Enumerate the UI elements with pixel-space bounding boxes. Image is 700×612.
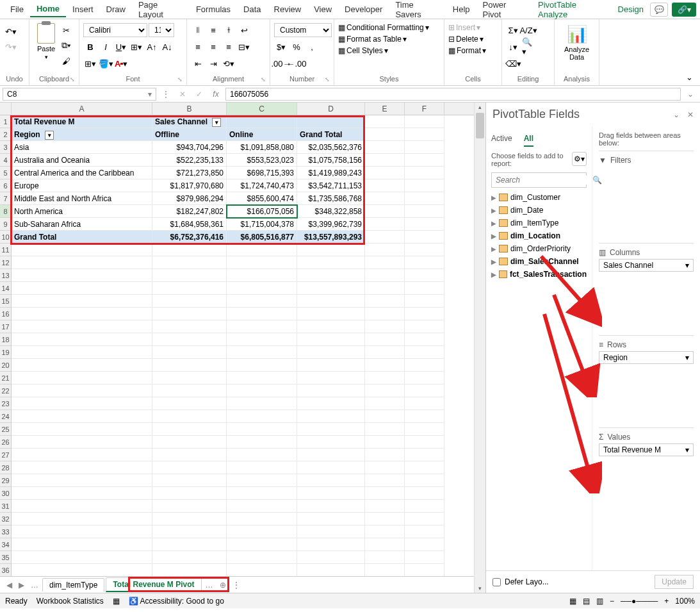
cell[interactable]: Grand Total	[12, 231, 152, 244]
zoom-slider[interactable]: ──●────	[621, 597, 658, 606]
enter-formula-button[interactable]: ✓	[192, 90, 206, 99]
status-wb-stats[interactable]: Workbook Statistics	[37, 597, 104, 606]
cell[interactable]	[365, 449, 405, 461]
align-center-button[interactable]: ≡	[206, 40, 220, 54]
rows-field-chip[interactable]: Region▾	[599, 351, 694, 364]
cell[interactable]	[405, 564, 444, 576]
cell[interactable]	[297, 256, 365, 269]
status-accessibility[interactable]: ♿ Accessibility: Good to go	[129, 597, 224, 606]
cell[interactable]	[405, 333, 444, 346]
cell[interactable]	[12, 410, 152, 423]
cell[interactable]	[405, 244, 444, 256]
font-name-select[interactable]: Calibri	[83, 23, 147, 37]
cell[interactable]	[12, 513, 152, 525]
wrap-text-button[interactable]: ↩	[237, 23, 251, 37]
cell[interactable]: Central America and the Caribbean	[12, 167, 152, 179]
cell[interactable]	[152, 385, 227, 397]
cell[interactable]: $1,075,758,156	[297, 154, 365, 167]
zoom-out-button[interactable]: −	[610, 597, 614, 606]
cell[interactable]	[297, 115, 365, 128]
name-box[interactable]: C8▾	[3, 88, 156, 101]
cell[interactable]	[365, 179, 405, 192]
cell[interactable]	[227, 333, 297, 346]
cell[interactable]	[227, 372, 297, 385]
cell[interactable]: $1,091,858,080	[227, 141, 297, 154]
cell[interactable]: $855,600,474	[227, 192, 297, 205]
cell[interactable]	[12, 564, 152, 576]
cell[interactable]	[152, 538, 227, 551]
cell[interactable]	[405, 346, 444, 359]
cell[interactable]	[227, 385, 297, 397]
tab-nav-more[interactable]: …	[28, 581, 41, 590]
cell[interactable]	[297, 525, 365, 538]
cell[interactable]	[12, 269, 152, 282]
row-header[interactable]: 23	[0, 397, 12, 410]
cell[interactable]	[227, 500, 297, 513]
font-color-button[interactable]: A▾	[114, 56, 128, 70]
cell[interactable]	[12, 449, 152, 461]
cell[interactable]	[297, 474, 365, 487]
cell[interactable]: $522,235,133	[152, 154, 227, 167]
cell[interactable]	[365, 525, 405, 538]
cell[interactable]	[365, 487, 405, 500]
cell[interactable]	[227, 461, 297, 474]
cell[interactable]: $698,715,393	[227, 167, 297, 179]
tab-review[interactable]: Review	[268, 2, 308, 17]
row-header[interactable]: 32	[0, 513, 12, 525]
cell[interactable]: $1,419,989,243	[297, 167, 365, 179]
col-header[interactable]: A	[12, 103, 152, 115]
cell[interactable]	[365, 320, 405, 333]
field-pane-maximize-button[interactable]: ⌄	[673, 110, 680, 119]
cell[interactable]	[297, 461, 365, 474]
field-list-item[interactable]: ▶fct_SalesTransaction	[491, 270, 587, 279]
cell[interactable]	[12, 295, 152, 308]
row-header[interactable]: 3	[0, 141, 12, 154]
cell[interactable]	[12, 308, 152, 320]
comments-button[interactable]: 💬	[650, 3, 668, 17]
align-left-button[interactable]: ≡	[191, 40, 205, 54]
col-header[interactable]: D	[297, 103, 365, 115]
cell[interactable]: Region ▾	[12, 128, 152, 141]
tab-formulas[interactable]: Formulas	[190, 2, 237, 17]
field-list-item[interactable]: ▶dim_Date	[491, 206, 587, 215]
cell[interactable]: $1,724,740,473	[227, 179, 297, 192]
col-header[interactable]: B	[152, 103, 227, 115]
currency-button[interactable]: $▾	[274, 40, 288, 54]
cell[interactable]	[152, 474, 227, 487]
cell[interactable]	[365, 513, 405, 525]
italic-button[interactable]: I	[99, 40, 113, 54]
fill-color-button[interactable]: 🪣▾	[99, 56, 113, 70]
row-header[interactable]: 25	[0, 423, 12, 436]
underline-button[interactable]: U▾	[114, 40, 128, 54]
cell[interactable]: Offline	[152, 128, 227, 141]
cell[interactable]	[227, 551, 297, 564]
row-header[interactable]: 35	[0, 551, 12, 564]
row-header[interactable]: 9	[0, 218, 12, 231]
cell[interactable]	[297, 372, 365, 385]
cell[interactable]: $2,035,562,376	[297, 141, 365, 154]
cell[interactable]	[297, 244, 365, 256]
cell[interactable]	[12, 256, 152, 269]
cell[interactable]	[152, 269, 227, 282]
cell[interactable]	[405, 141, 444, 154]
cell[interactable]	[12, 538, 152, 551]
cell[interactable]	[405, 154, 444, 167]
cell[interactable]	[405, 551, 444, 564]
cell[interactable]	[365, 436, 405, 449]
cell[interactable]	[152, 525, 227, 538]
cell[interactable]: Sub-Saharan Africa	[12, 218, 152, 231]
cell[interactable]	[365, 372, 405, 385]
cell[interactable]	[365, 154, 405, 167]
view-page-break-button[interactable]: ▥	[596, 597, 603, 606]
cell[interactable]	[405, 256, 444, 269]
cell[interactable]	[365, 538, 405, 551]
row-header[interactable]: 5	[0, 167, 12, 179]
cell[interactable]: $166,075,056	[227, 205, 297, 218]
cell[interactable]	[152, 346, 227, 359]
cell[interactable]	[365, 564, 405, 576]
fill-button[interactable]: ↓▾	[506, 40, 520, 54]
cell[interactable]	[365, 141, 405, 154]
cell[interactable]	[227, 308, 297, 320]
cell[interactable]	[297, 487, 365, 500]
cell[interactable]	[12, 423, 152, 436]
